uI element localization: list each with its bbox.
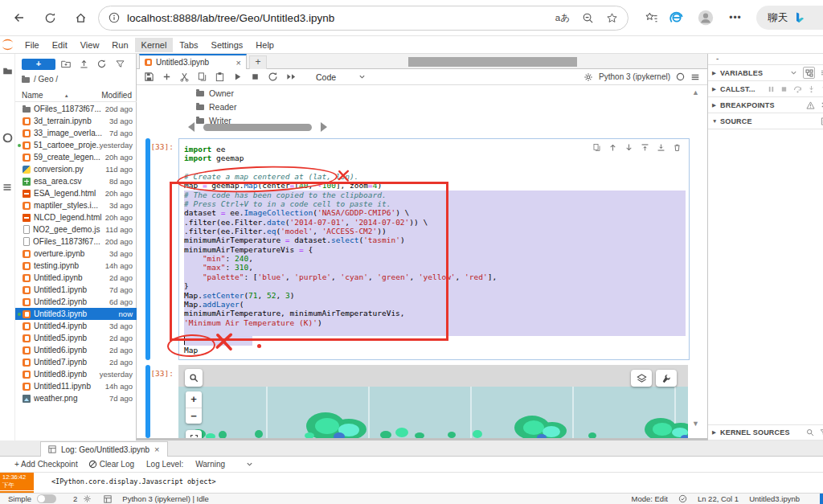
close-tab-icon[interactable]: × [236, 59, 241, 67]
code-line[interactable]: .filter(ee.Filter.date('2014-07-01', '20… [184, 218, 686, 227]
copy-cells-icon[interactable] [197, 72, 207, 82]
new-launcher-button[interactable]: + [22, 59, 55, 70]
file-row[interactable]: Untitled4.ipynb3d ago [15, 320, 137, 332]
code-line[interactable]: # Create a map centered at (lat, lon). [184, 172, 686, 181]
menu-settings[interactable]: Settings [205, 38, 250, 52]
upload-icon[interactable] [79, 59, 89, 69]
clear-log-button[interactable]: Clear Log [88, 460, 134, 469]
site-info-icon[interactable] [109, 12, 120, 23]
ie-mode-icon[interactable] [665, 6, 688, 29]
browser-menu-icon[interactable]: ••• [724, 6, 747, 29]
scroll-up-icon[interactable]: ▲ [692, 88, 699, 96]
file-row[interactable]: Untitled1.ipynb7d ago [15, 284, 137, 296]
close-log-tab-icon[interactable]: × [154, 445, 159, 453]
file-row[interactable]: maptiler_styles.i...3d ago [15, 199, 137, 211]
running-kernels-tab-icon[interactable] [2, 133, 13, 143]
move-cell-up-icon[interactable] [608, 143, 617, 152]
save-icon[interactable] [144, 72, 154, 82]
code-line[interactable]: } [184, 281, 686, 290]
file-browser-tab-icon[interactable] [2, 66, 13, 76]
tree-item[interactable]: Owner [196, 86, 236, 100]
scroll-down-icon[interactable]: ▼ [692, 420, 699, 428]
menu-file[interactable]: File [18, 38, 46, 52]
file-row[interactable]: OFiles_11873f67...20d ago [15, 236, 137, 248]
profile-avatar[interactable] [694, 6, 717, 29]
menu-help[interactable]: Help [249, 38, 280, 52]
code-line[interactable]: "max": 310, [184, 263, 686, 272]
url-text[interactable]: localhost:8888/lab/tree/Geo/Untitled3.ip… [127, 12, 543, 24]
code-line[interactable]: 'Minimum Air Temperature (K)') [184, 318, 686, 327]
scroll-thumb[interactable] [203, 124, 312, 131]
column-name[interactable]: Name [22, 91, 43, 100]
menu-tabs[interactable]: Tabs [173, 38, 204, 52]
paste-cells-icon[interactable] [215, 72, 225, 82]
add-checkpoint-button[interactable]: + Add Checkpoint [14, 460, 78, 469]
warning-icon[interactable] [806, 101, 815, 109]
file-row[interactable]: testing.ipynb14h ago [15, 260, 137, 272]
menu-kernel[interactable]: Kernel [135, 38, 174, 52]
scroll-left-icon[interactable] [188, 122, 194, 132]
zoom-out-icon[interactable] [582, 12, 594, 24]
debug-section-breakpoints[interactable]: ▶BREAKPOINTS [708, 97, 823, 113]
stop-icon[interactable] [780, 85, 788, 93]
favorites-hub-icon[interactable] [640, 6, 662, 29]
code-line[interactable]: import geemap [184, 154, 686, 162]
toolbar-menu-icon[interactable] [690, 72, 700, 82]
code-line[interactable]: Map = geemap.Map(center=[40, -100], zoom… [184, 181, 686, 190]
log-level-dropdown[interactable]: Warning [195, 460, 253, 469]
refresh-file-list-icon[interactable] [96, 59, 107, 69]
map-toolbar-button[interactable] [656, 370, 677, 387]
table-of-contents-tab-icon[interactable] [2, 182, 12, 192]
code-line[interactable]: Map.addLayer( [184, 300, 686, 309]
code-line[interactable]: .filter(ee.Filter.eq('model', 'ACCESS-CM… [184, 227, 686, 236]
file-row[interactable]: esa_area.csv8d ago [15, 175, 137, 187]
file-row[interactable]: NO2_gee_demo.js11d ago [15, 223, 137, 236]
address-bar[interactable]: localhost:8888/lab/tree/Geo/Untitled3.ip… [98, 6, 629, 31]
file-row[interactable]: 59_create_legen...20h ago [15, 151, 137, 163]
refresh-button[interactable] [39, 6, 61, 29]
chat-button[interactable]: 聊天 [756, 6, 823, 30]
code-line[interactable] [184, 327, 686, 336]
file-row[interactable]: ESA_legend.html20h ago [15, 187, 137, 199]
kernel-status-text[interactable]: Python 3 (ipykernel) | Idle [122, 494, 209, 503]
delete-cell-icon[interactable] [673, 143, 682, 152]
code-area[interactable]: import eeimport geemap# Create a map cen… [179, 139, 689, 354]
scroll-right-icon[interactable] [321, 122, 327, 132]
file-row[interactable]: Untitled8.ipynbyesterday [15, 368, 137, 380]
new-tab-button[interactable]: + [249, 55, 267, 69]
step-in-icon[interactable] [808, 85, 815, 93]
file-row[interactable]: Untitled11.ipynb14h ago [15, 380, 137, 392]
code-line[interactable] [184, 163, 686, 172]
step-over-icon[interactable] [793, 85, 802, 93]
file-row[interactable]: Untitled3.ipynbnow [15, 308, 137, 320]
code-line[interactable]: Map.setCenter(71, 52, 3) [184, 291, 686, 300]
file-row[interactable]: Untitled.ipynb2d ago [15, 272, 137, 284]
sort-arrow-icon[interactable]: ▲ [64, 93, 69, 98]
search-icon[interactable] [806, 428, 814, 436]
chevron-down-icon[interactable] [790, 69, 797, 76]
file-row[interactable]: Untitled6.ipynb2d ago [15, 344, 137, 356]
insert-cell-icon[interactable] [162, 72, 172, 82]
file-row[interactable]: Untitled2.ipynb6d ago [15, 296, 137, 308]
log-indicator-icon[interactable] [104, 495, 112, 503]
code-line[interactable]: minimumAirTemperature, minimumAirTempera… [184, 309, 686, 318]
interrupt-kernel-icon[interactable] [250, 72, 260, 82]
code-line[interactable]: minimumAirTemperatureVis = { [184, 245, 686, 254]
file-row[interactable]: NLCD_legend.html20h ago [15, 211, 137, 223]
zoom-out-button[interactable]: − [186, 408, 202, 424]
menu-view[interactable]: View [74, 38, 106, 52]
file-row[interactable]: overture.ipynb3d ago [15, 248, 137, 260]
file-row[interactable]: weather.png7d ago [15, 392, 137, 404]
debug-section-kernel-sources[interactable]: ▶ KERNEL SOURCES [708, 424, 823, 440]
code-line[interactable]: minimumAirTemperature = dataset.select('… [184, 236, 686, 244]
input-collapser[interactable] [145, 138, 150, 360]
debug-section-callst-[interactable]: ▶CALLST... [708, 81, 823, 97]
insert-cell-above-icon[interactable] [641, 143, 649, 152]
column-modified[interactable]: Modified [101, 91, 132, 100]
simple-mode-toggle[interactable] [37, 494, 56, 503]
gear-icon[interactable] [583, 72, 593, 82]
menu-edit[interactable]: Edit [46, 38, 74, 52]
map-search-button[interactable] [185, 369, 203, 387]
new-folder-icon[interactable] [60, 59, 72, 69]
filter-files-icon[interactable] [115, 59, 125, 69]
